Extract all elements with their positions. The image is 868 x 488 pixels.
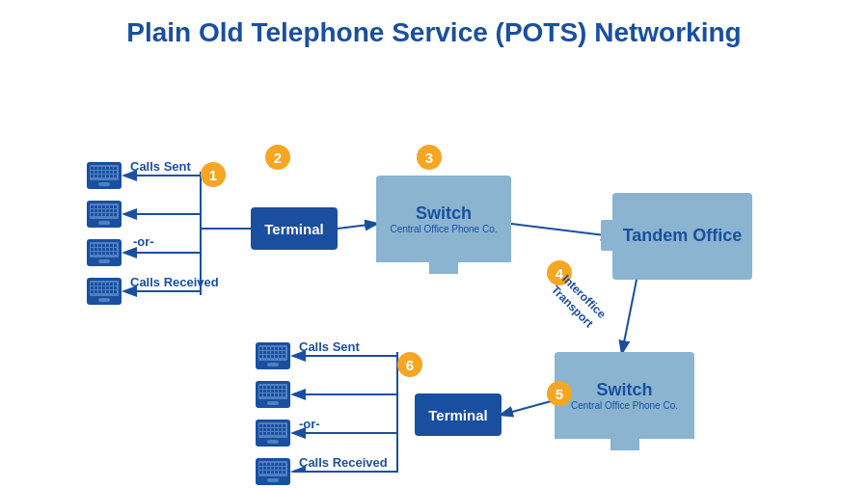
svg-rect-199 [283,467,285,470]
svg-rect-54 [110,209,113,212]
svg-rect-180 [275,432,278,435]
svg-rect-135 [267,363,279,366]
svg-rect-62 [114,213,117,216]
terminal-2: Terminal [415,393,502,436]
svg-rect-122 [263,351,266,354]
svg-rect-49 [91,209,94,212]
svg-rect-36 [106,175,109,177]
svg-rect-193 [259,467,262,470]
svg-rect-44 [98,205,101,208]
svg-rect-147 [267,390,270,393]
phone-top-3 [87,239,122,270]
svg-rect-179 [271,432,274,435]
svg-line-7 [511,224,612,236]
svg-rect-176 [259,432,262,435]
svg-rect-77 [106,248,109,251]
svg-rect-164 [267,424,270,427]
or-label-top: -or- [133,234,154,250]
switch-top: Switch Central Office Phone Co. [376,176,511,272]
svg-rect-102 [110,286,113,289]
svg-rect-68 [98,244,101,247]
svg-rect-121 [259,351,262,354]
svg-rect-91 [95,283,97,285]
svg-rect-207 [267,478,279,482]
svg-rect-53 [106,209,109,212]
svg-rect-198 [279,467,282,470]
svg-rect-110 [114,290,117,293]
svg-rect-191 [279,463,282,466]
svg-rect-116 [267,347,270,350]
phone-bottom-2 [256,381,290,412]
svg-rect-33 [95,175,97,177]
svg-rect-59 [102,213,105,216]
badge-1: 1 [201,162,226,187]
svg-rect-18 [91,167,94,170]
svg-rect-38 [114,175,117,177]
svg-rect-58 [98,213,101,216]
svg-rect-56 [91,213,94,216]
svg-rect-169 [259,428,262,431]
svg-rect-120 [283,347,285,350]
svg-line-9 [502,400,555,415]
svg-rect-173 [275,428,278,431]
tandem-title: Tandem Office [623,226,743,247]
svg-rect-144 [283,386,285,389]
switch-bottom: Switch Central Office Phone Co. [555,352,694,453]
svg-rect-85 [110,252,113,255]
svg-rect-105 [95,290,97,293]
svg-rect-139 [263,386,266,389]
svg-rect-63 [98,221,110,225]
page-title: Plain Old Telephone Service (POTS) Netwo… [0,0,868,58]
badge-3: 3 [417,145,442,170]
badge-5: 5 [547,381,572,406]
svg-rect-153 [263,393,266,396]
svg-rect-125 [275,351,278,354]
calls-received-label-bottom: Calls Received [299,455,388,471]
svg-rect-75 [98,248,101,251]
svg-rect-177 [263,432,266,435]
svg-rect-39 [98,182,110,186]
svg-rect-21 [102,167,105,170]
svg-rect-109 [110,290,113,293]
svg-rect-76 [102,248,105,251]
svg-rect-81 [95,252,97,255]
svg-rect-151 [283,390,285,393]
svg-rect-194 [263,467,266,470]
svg-rect-174 [279,428,282,431]
svg-rect-73 [91,248,94,251]
svg-rect-100 [102,286,105,289]
svg-rect-138 [259,386,262,389]
svg-rect-131 [271,355,274,358]
svg-rect-35 [102,175,105,177]
svg-rect-19 [95,167,97,170]
svg-rect-60 [106,213,109,216]
svg-rect-201 [263,471,266,474]
svg-rect-206 [283,471,285,474]
svg-rect-103 [114,286,117,289]
svg-rect-26 [95,171,97,174]
svg-rect-159 [267,401,279,405]
svg-rect-202 [267,471,270,474]
svg-rect-87 [98,259,110,263]
svg-rect-189 [271,463,274,466]
svg-rect-190 [275,463,278,466]
svg-rect-43 [95,205,97,208]
svg-rect-167 [279,424,282,427]
terminal-1: Terminal [251,207,338,250]
svg-rect-118 [275,347,278,350]
diagram-area: Calls Sent -or- Calls Received 1 2 3 Ter… [0,58,868,473]
svg-rect-97 [91,286,94,289]
svg-rect-83 [102,252,105,255]
svg-rect-80 [91,252,94,255]
svg-rect-115 [263,347,266,350]
svg-rect-108 [106,290,109,293]
svg-rect-45 [102,205,105,208]
svg-rect-71 [110,244,113,247]
svg-rect-84 [106,252,109,255]
svg-rect-32 [91,175,94,177]
svg-rect-196 [271,467,274,470]
svg-rect-128 [259,355,262,358]
svg-rect-130 [267,355,270,358]
phone-top-2 [87,201,122,231]
svg-rect-127 [283,351,285,354]
